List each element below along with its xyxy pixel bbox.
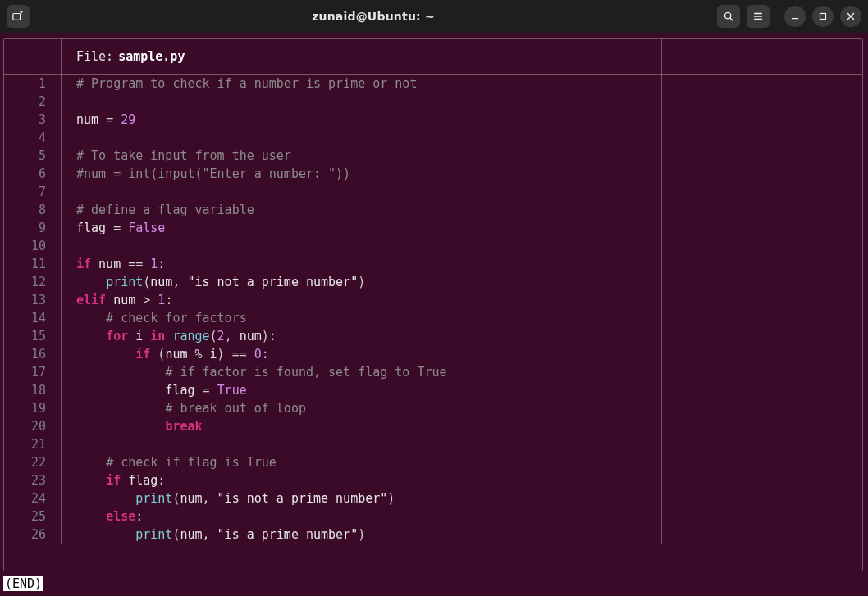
line-number: 8: [4, 201, 62, 219]
pager-status: (END): [3, 576, 43, 591]
line-number: 15: [4, 327, 62, 345]
code-content: # check if flag is True: [62, 453, 662, 471]
code-content: [62, 237, 662, 255]
window-close-button[interactable]: [840, 6, 861, 27]
line-number: 25: [4, 507, 62, 525]
code-content: else:: [62, 507, 662, 525]
line-number: 22: [4, 453, 62, 471]
code-line: 20 break: [4, 417, 862, 435]
code-line: 2: [4, 93, 862, 111]
search-icon: [723, 11, 734, 22]
code-line: 11if num == 1:: [4, 255, 862, 273]
code-content: print(num, "is not a prime number"): [62, 489, 662, 507]
file-header: File: sample.py: [62, 39, 662, 74]
window-minimize-button[interactable]: [784, 6, 806, 27]
line-number: 23: [4, 471, 62, 489]
line-number: 14: [4, 309, 62, 327]
line-number: 5: [4, 147, 62, 165]
file-viewer: File: sample.py 1# Program to check if a…: [3, 38, 863, 571]
line-number: 16: [4, 345, 62, 363]
line-number: 9: [4, 219, 62, 237]
code-content: [62, 93, 662, 111]
new-tab-icon: [12, 11, 24, 22]
terminal-area[interactable]: File: sample.py 1# Program to check if a…: [0, 33, 868, 596]
line-number: 10: [4, 237, 62, 255]
code-content: # break out of loop: [62, 399, 662, 417]
code-line: 6#num = int(input("Enter a number: ")): [4, 165, 862, 183]
code-content: # if factor is found, set flag to True: [62, 363, 662, 381]
code-line: 22 # check if flag is True: [4, 453, 862, 471]
line-number: 20: [4, 417, 62, 435]
code-line: 12 print(num, "is not a prime number"): [4, 273, 862, 291]
file-name: sample.py: [118, 49, 185, 64]
code-content: [62, 129, 662, 147]
code-line: 15 for i in range(2, num):: [4, 327, 862, 345]
line-number: 19: [4, 399, 62, 417]
code-line: 26 print(num, "is a prime number"): [4, 525, 862, 544]
code-line: 8# define a flag variable: [4, 201, 862, 219]
code-content: num = 29: [62, 111, 662, 129]
code-line: 24 print(num, "is not a prime number"): [4, 489, 862, 507]
code-line: 14 # check for factors: [4, 309, 862, 327]
window-title: zunaid@Ubuntu: ~: [312, 10, 435, 23]
line-number: 6: [4, 165, 62, 183]
line-number: 4: [4, 129, 62, 147]
line-number: 26: [4, 525, 62, 544]
code-line: 17 # if factor is found, set flag to Tru…: [4, 363, 862, 381]
code-line: 9flag = False: [4, 219, 862, 237]
line-number: 11: [4, 255, 62, 273]
minimize-icon: [789, 11, 801, 22]
code-content: # define a flag variable: [62, 201, 662, 219]
code-line: 19 # break out of loop: [4, 399, 862, 417]
code-line: 3num = 29: [4, 111, 862, 129]
line-number: 1: [4, 75, 62, 93]
code-content: flag = True: [62, 381, 662, 399]
new-tab-button[interactable]: [7, 5, 30, 28]
svg-line-2: [730, 18, 733, 20]
file-label: File:: [76, 49, 113, 64]
line-number: 2: [4, 93, 62, 111]
line-number: 3: [4, 111, 62, 129]
code-line: 4: [4, 129, 862, 147]
line-number: 18: [4, 381, 62, 399]
svg-rect-7: [820, 14, 826, 20]
svg-rect-0: [13, 14, 21, 20]
close-icon: [845, 11, 857, 22]
line-number: 24: [4, 489, 62, 507]
code-line: 16 if (num % i) == 0:: [4, 345, 862, 363]
code-content: # check for factors: [62, 309, 662, 327]
line-number: 17: [4, 363, 62, 381]
code-content: #num = int(input("Enter a number: ")): [62, 165, 662, 183]
code-content: for i in range(2, num):: [62, 327, 662, 345]
code-content: if (num % i) == 0:: [62, 345, 662, 363]
code-content: print(num, "is a prime number"): [62, 525, 662, 544]
code-content: if flag:: [62, 471, 662, 489]
code-content: # To take input from the user: [62, 147, 662, 165]
maximize-icon: [817, 11, 829, 22]
code-line: 21: [4, 435, 862, 453]
code-line: 23 if flag:: [4, 471, 862, 489]
hamburger-icon: [752, 11, 764, 22]
search-button[interactable]: [717, 5, 740, 28]
line-number: 13: [4, 291, 62, 309]
code-line: 25 else:: [4, 507, 862, 525]
code-line: 18 flag = True: [4, 381, 862, 399]
code-line: 1# Program to check if a number is prime…: [4, 75, 862, 93]
code-content: flag = False: [62, 219, 662, 237]
line-number: 12: [4, 273, 62, 291]
code-content: elif num > 1:: [62, 291, 662, 309]
code-content: print(num, "is not a prime number"): [62, 273, 662, 291]
gutter-header: [4, 39, 62, 74]
line-number: 21: [4, 435, 62, 453]
code-rows: 1# Program to check if a number is prime…: [4, 75, 862, 571]
code-content: if num == 1:: [62, 255, 662, 273]
window-maximize-button[interactable]: [812, 6, 834, 27]
code-content: # Program to check if a number is prime …: [62, 75, 662, 93]
window-titlebar: zunaid@Ubuntu: ~: [0, 0, 868, 33]
code-content: break: [62, 417, 662, 435]
code-content: [62, 435, 662, 453]
code-content: [62, 183, 662, 201]
hamburger-menu-button[interactable]: [747, 5, 770, 28]
code-line: 7: [4, 183, 862, 201]
file-header-row: File: sample.py: [4, 39, 862, 75]
